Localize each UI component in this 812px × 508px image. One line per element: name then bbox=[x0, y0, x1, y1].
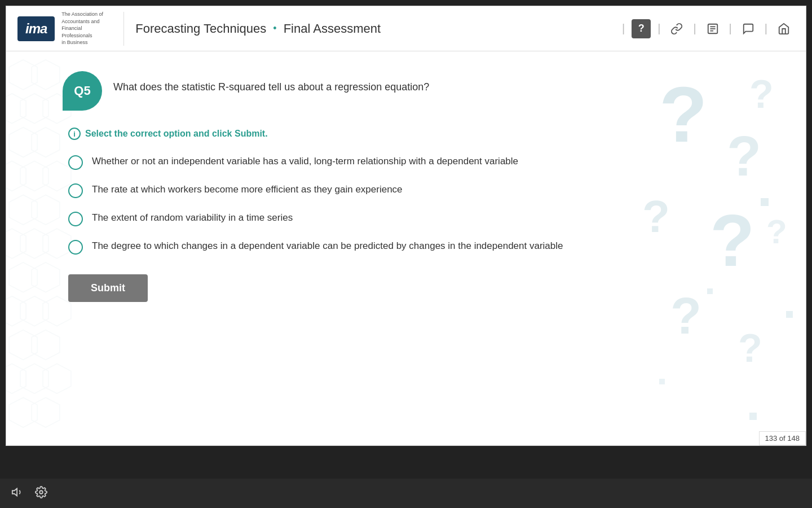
option-1-text: Whether or not an independent variable h… bbox=[92, 154, 518, 169]
nav-title: Forecasting Techniques • Final Assessmen… bbox=[135, 21, 620, 36]
header: ima The Association of Accountants and F… bbox=[6, 6, 806, 51]
question-icon: ? bbox=[632, 19, 651, 38]
submit-button[interactable]: Submit bbox=[68, 274, 148, 302]
logo-area: ima The Association of Accountants and F… bbox=[17, 12, 124, 46]
separator: | bbox=[657, 22, 660, 35]
radio-4 bbox=[68, 240, 83, 255]
audio-icon[interactable] bbox=[11, 486, 24, 501]
question-text: What does the statistic R-squared tell u… bbox=[113, 74, 429, 95]
question-badge: Q5 bbox=[63, 71, 102, 111]
info-icon: i bbox=[68, 128, 81, 140]
chat-button[interactable] bbox=[738, 18, 759, 40]
org-text: The Association of Accountants and Finan… bbox=[61, 11, 112, 46]
radio-1 bbox=[68, 155, 83, 170]
separator: | bbox=[729, 22, 732, 35]
svg-marker-44 bbox=[12, 488, 17, 496]
header-icons: | ? | | | bbox=[620, 18, 795, 40]
ima-logo: ima bbox=[17, 16, 55, 41]
home-button[interactable] bbox=[773, 18, 795, 40]
option-4-text: The degree to which changes in a depende… bbox=[92, 239, 563, 253]
question-header: Q5 What does the statistic R-squared tel… bbox=[63, 74, 772, 111]
separator: | bbox=[622, 22, 625, 35]
option-1[interactable]: Whether or not an independent variable h… bbox=[68, 154, 772, 170]
link-icon bbox=[670, 23, 683, 35]
notes-button[interactable] bbox=[702, 18, 723, 40]
dot-separator: • bbox=[273, 23, 276, 34]
link-button[interactable] bbox=[666, 18, 687, 40]
chat-icon bbox=[742, 23, 754, 35]
home-icon bbox=[778, 23, 790, 35]
option-2-text: The rate at which workers become more ef… bbox=[92, 182, 403, 197]
main-content: ? ? ? ? ? ? ? ? Q5 What does the sta bbox=[6, 51, 806, 445]
option-3[interactable]: The extent of random variability in a ti… bbox=[68, 211, 772, 226]
instruction-text: i Select the correct option and click Su… bbox=[68, 128, 772, 140]
options-list: Whether or not an independent variable h… bbox=[68, 154, 772, 255]
option-4[interactable]: The degree to which changes in a depende… bbox=[68, 239, 772, 255]
separator: | bbox=[693, 22, 696, 35]
svg-point-45 bbox=[39, 491, 43, 494]
help-button[interactable]: ? bbox=[630, 18, 652, 40]
settings-icon[interactable] bbox=[35, 486, 47, 501]
option-2[interactable]: The rate at which workers become more ef… bbox=[68, 182, 772, 198]
taskbar bbox=[0, 479, 812, 508]
section-title: Final Assessment bbox=[284, 21, 381, 36]
course-title: Forecasting Techniques bbox=[135, 21, 266, 36]
question-area: Q5 What does the statistic R-squared tel… bbox=[6, 51, 806, 445]
radio-3 bbox=[68, 212, 83, 226]
option-3-text: The extent of random variability in a ti… bbox=[92, 211, 293, 225]
separator: | bbox=[765, 22, 767, 35]
notes-icon bbox=[707, 23, 719, 35]
radio-2 bbox=[68, 183, 83, 198]
